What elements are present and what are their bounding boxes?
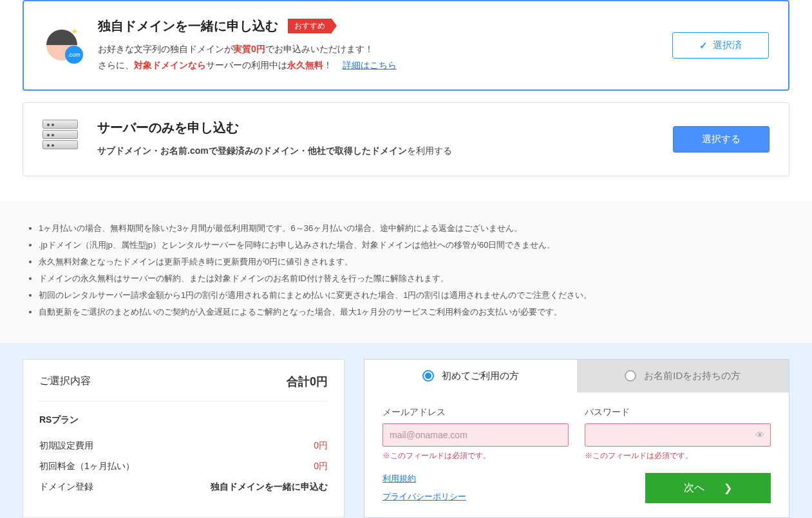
- row-label: ドメイン登録: [39, 481, 93, 493]
- desc-em: 永久無料: [287, 60, 323, 70]
- summary-title: ご選択内容: [39, 375, 91, 388]
- next-button[interactable]: 次へ: [645, 473, 771, 503]
- password-label: パスワード: [585, 407, 771, 418]
- summary-panel: ご選択内容 合計0円 RSプラン 初期設定費用0円初回料金（1ヶ月払い）0円ドメ…: [23, 359, 345, 518]
- server-icon: [42, 120, 81, 158]
- note-item: ドメインの永久無料はサーバーの解約、または対象ドメインのお名前ID付け替えを行っ…: [39, 270, 789, 287]
- details-link[interactable]: 詳細はこちら: [343, 60, 397, 70]
- email-error: ※このフィールドは必須です。: [382, 450, 569, 461]
- password-error: ※このフィールドは必須です。: [585, 450, 771, 461]
- summary-row: 初回料金（1ヶ月払い）0円: [39, 456, 328, 477]
- privacy-link[interactable]: プライバシーポリシー: [382, 491, 466, 503]
- password-input[interactable]: [585, 423, 771, 447]
- note-item: 永久無料対象となったドメインは更新手続き時に更新費用が0円に値引きされます。: [39, 254, 789, 270]
- row-value: 0円: [314, 461, 328, 472]
- note-item: 自動更新をご選択のまとめ払いのご契約が入金遅延によるご解約となった場合、最大1ヶ…: [39, 304, 789, 320]
- plan-name: RSプラン: [39, 414, 328, 426]
- row-value: 独自ドメインを一緒に申込む: [211, 481, 328, 493]
- row-label: 初期設定費用: [39, 440, 93, 452]
- desc-text: サーバーの利用中は: [206, 60, 287, 70]
- option-title-text: 独自ドメインを一緒に申し込む: [98, 17, 278, 35]
- option-body: サーバーのみを申し込む サブドメイン・お名前.comで登録済みのドメイン・他社で…: [97, 119, 673, 159]
- option-body: 独自ドメインを一緒に申し込む おすすめ お好きな文字列の独自ドメインが実質0円で…: [98, 17, 672, 73]
- row-label: 初回料金（1ヶ月払い）: [39, 461, 135, 472]
- email-label: メールアドレス: [382, 407, 569, 418]
- button-label: 次へ: [684, 481, 704, 495]
- summary-total: 合計0円: [287, 374, 328, 389]
- selected-button[interactable]: 選択済: [672, 32, 769, 59]
- note-item: 1ヶ月払いの場合、無料期間を除いた3ヶ月間が最低利用期間です。6～36ヶ月払いの…: [39, 220, 789, 237]
- button-label: 選択済: [713, 39, 742, 51]
- option-card-server[interactable]: サーバーのみを申し込む サブドメイン・お名前.comで登録済みのドメイン・他社で…: [23, 102, 789, 176]
- option-title-text: サーバーのみを申し込む: [97, 119, 239, 136]
- badge-recommend: おすすめ: [288, 19, 332, 33]
- select-button[interactable]: 選択する: [673, 126, 770, 153]
- notes-list: 1ヶ月払いの場合、無料期間を除いた3ヶ月間が最低利用期間です。6～36ヶ月払いの…: [0, 201, 812, 343]
- desc-text: さらに、: [98, 60, 134, 70]
- com-badge: .com: [65, 46, 83, 64]
- option-card-domain[interactable]: ✦ .com 独自ドメインを一緒に申し込む おすすめ お好きな文字列の独自ドメイ…: [23, 0, 789, 91]
- desc-em: 対象ドメインなら: [134, 60, 206, 70]
- desc-bold: サブドメイン・お名前.comで登録済みのドメイン・他社で取得したドメイン: [97, 145, 407, 156]
- tab-new-user[interactable]: 初めてご利用の方: [364, 360, 577, 393]
- desc-text: お好きな文字列の独自ドメインが: [98, 44, 233, 54]
- radio-off-icon: [625, 370, 636, 382]
- summary-row: 初期設定費用0円: [39, 436, 328, 456]
- desc-em: 実質0円: [233, 44, 265, 54]
- desc-text: を利用する: [407, 145, 452, 156]
- radio-on-icon: [422, 370, 434, 382]
- tab-label: 初めてご利用の方: [442, 370, 519, 382]
- terms-link[interactable]: 利用規約: [382, 473, 466, 485]
- email-input[interactable]: [382, 423, 569, 447]
- summary-row: ドメイン登録独自ドメインを一緒に申込む: [39, 477, 328, 497]
- tab-label: お名前IDをお持ちの方: [644, 370, 741, 382]
- signup-form: 初めてご利用の方 お名前IDをお持ちの方 メールアドレス ※このフィールドは必須…: [364, 359, 789, 518]
- eye-icon[interactable]: 👁: [755, 430, 764, 440]
- note-item: 初回のレンタルサーバー請求金額から1円の割引が適用される前にまとめ払いに変更され…: [39, 287, 789, 304]
- domain-icon: ✦ .com: [43, 26, 82, 65]
- desc-text: ！: [323, 60, 332, 70]
- desc-text: でお申込みいただけます！: [265, 44, 373, 54]
- row-value: 0円: [314, 440, 328, 452]
- tab-existing-user[interactable]: お名前IDをお持ちの方: [577, 360, 789, 393]
- note-item: .jpドメイン（汎用jp、属性型jp）とレンタルサーバーを同時にお申し込みされた…: [39, 237, 789, 254]
